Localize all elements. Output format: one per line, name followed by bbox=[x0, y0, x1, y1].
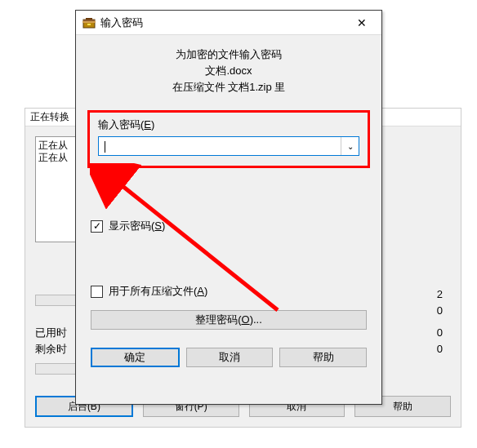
bg-elapsed-value: 0 bbox=[437, 325, 443, 341]
close-icon: ✕ bbox=[357, 16, 367, 29]
password-label: 输入密码(E) bbox=[98, 118, 359, 132]
password-dropdown-button[interactable]: ⌄ bbox=[341, 137, 359, 155]
pw-body: 为加密的文件输入密码 文档.docx 在压缩文件 文档1.zip 里 输入密码(… bbox=[76, 35, 381, 379]
show-password-label: 显示密码(S) bbox=[109, 219, 165, 233]
svg-rect-3 bbox=[82, 21, 96, 23]
use-for-all-checkbox[interactable] bbox=[91, 286, 103, 298]
pw-header-line3: 在压缩文件 文档1.zip 里 bbox=[91, 79, 367, 95]
pw-button-row: 确定 取消 帮助 bbox=[91, 348, 367, 367]
bg-remaining-label: 剩余时 bbox=[35, 341, 67, 357]
help-button[interactable]: 帮助 bbox=[279, 348, 367, 367]
chevron-down-icon: ⌄ bbox=[347, 142, 354, 151]
archive-app-icon bbox=[82, 16, 96, 29]
bg-title: 正在转换 bbox=[30, 111, 69, 122]
ok-button[interactable]: 确定 bbox=[91, 348, 180, 367]
pw-header-text: 为加密的文件输入密码 文档.docx 在压缩文件 文档1.zip 里 bbox=[91, 47, 367, 95]
pw-header-line1: 为加密的文件输入密码 bbox=[91, 47, 367, 63]
show-password-row[interactable]: 显示密码(S) bbox=[91, 219, 367, 233]
show-password-checkbox[interactable] bbox=[91, 220, 103, 233]
use-for-all-label: 用于所有压缩文件(A) bbox=[109, 284, 207, 299]
close-button[interactable]: ✕ bbox=[344, 11, 380, 34]
bg-stats-right-2: 0 0 bbox=[437, 325, 443, 357]
text-cursor bbox=[105, 141, 105, 153]
bg-remaining-value: 0 bbox=[437, 341, 443, 357]
bg-num: 0 bbox=[437, 303, 443, 319]
password-dialog: 输入密码 ✕ 为加密的文件输入密码 文档.docx 在压缩文件 文档1.zip … bbox=[75, 10, 382, 405]
cancel-button[interactable]: 取消 bbox=[186, 348, 274, 367]
bg-progress-bar-1 bbox=[35, 295, 80, 306]
bg-stats-right-1: 2 0 bbox=[437, 286, 443, 319]
svg-rect-4 bbox=[87, 24, 91, 25]
pw-titlebar: 输入密码 ✕ bbox=[76, 11, 381, 35]
password-input[interactable] bbox=[99, 137, 341, 155]
manage-passwords-button[interactable]: 整理密码(O)... bbox=[91, 310, 367, 330]
bg-progress-bar-2 bbox=[35, 363, 80, 375]
use-for-all-row[interactable]: 用于所有压缩文件(A) bbox=[91, 284, 367, 299]
bg-elapsed-label: 已用时 bbox=[35, 325, 67, 341]
pw-header-line2: 文档.docx bbox=[91, 63, 367, 79]
password-input-highlight: 输入密码(E) ⌄ bbox=[87, 110, 370, 168]
bg-num: 2 bbox=[437, 286, 443, 303]
pw-title-text: 输入密码 bbox=[100, 16, 344, 30]
password-input-wrap[interactable]: ⌄ bbox=[98, 136, 359, 156]
svg-rect-2 bbox=[86, 18, 92, 20]
bg-time-labels: 已用时 剩余时 bbox=[35, 325, 67, 357]
